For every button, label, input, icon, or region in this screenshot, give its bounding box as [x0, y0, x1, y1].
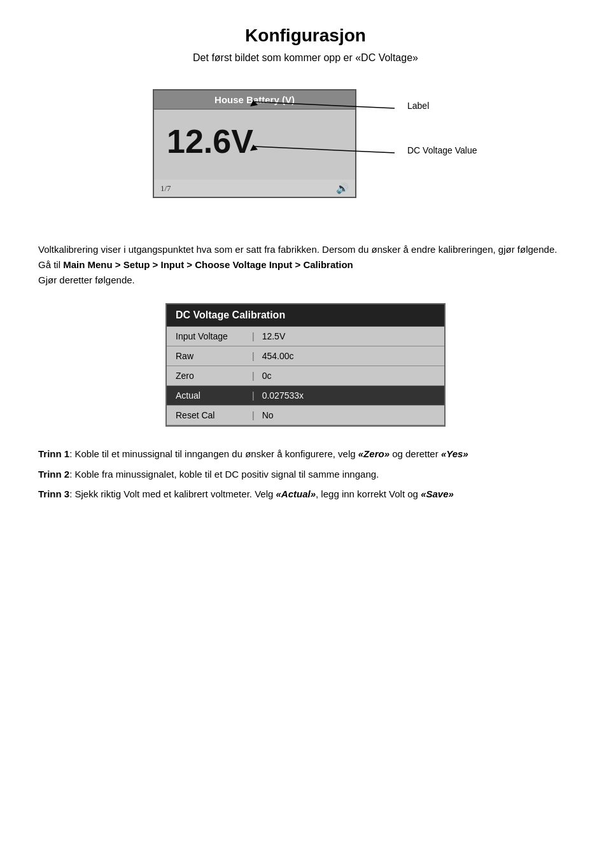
device-screen-wrapper: House Battery (V) 12.6V 1/7 🔊: [153, 89, 356, 198]
cal-label-2: Zero: [167, 366, 249, 385]
cal-divider-2: |: [249, 366, 257, 385]
cal-row-raw[interactable]: Raw | 454.00c: [167, 346, 444, 366]
step-3-line: Trinn 3: Sjekk riktig Volt med et kalibr…: [38, 486, 573, 502]
calibration-screen-section: DC Voltage Calibration Input Voltage | 1…: [38, 303, 573, 427]
dc-voltage-value-annotation: DC Voltage Value: [407, 145, 477, 155]
step-1-quote2: «Yes»: [441, 448, 468, 459]
cal-divider-1: |: [249, 346, 257, 366]
step-1-line: Trinn 1: Koble til et minussignal til in…: [38, 446, 573, 462]
cal-divider-4: |: [249, 406, 257, 425]
step-1-text-before: : Koble til et minussignal til inngangen…: [69, 448, 358, 459]
step-3-text-middle: , legg inn korrekt Volt og: [316, 488, 421, 499]
page-indicator: 1/7: [160, 183, 171, 194]
calibration-screen: DC Voltage Calibration Input Voltage | 1…: [165, 303, 446, 427]
step-1-text-middle: og deretter: [390, 448, 441, 459]
step-1-quote1: «Zero»: [358, 448, 390, 459]
cal-value-1: 454.00c: [257, 346, 444, 366]
speaker-icon: 🔊: [336, 182, 349, 194]
cal-label-3: Actual: [167, 386, 249, 405]
step-3-label: Trinn 3: [38, 488, 69, 499]
cal-label-0: Input Voltage: [167, 327, 249, 346]
device-body: 12.6V: [154, 110, 355, 180]
instruction-prefix: Gå til: [38, 259, 63, 270]
cal-value-4: No: [257, 406, 444, 425]
cal-label-1: Raw: [167, 346, 249, 366]
instruction-line1: Voltkalibrering viser i utgangspunktet h…: [38, 242, 573, 257]
steps-block: Trinn 1: Koble til et minussignal til in…: [38, 446, 573, 502]
cal-row-input-voltage[interactable]: Input Voltage | 12.5V: [167, 327, 444, 346]
page-title: Konfigurasjon: [38, 25, 573, 46]
calibration-header: DC Voltage Calibration: [167, 304, 444, 327]
device-header: House Battery (V): [154, 90, 355, 110]
cal-row-zero[interactable]: Zero | 0c: [167, 366, 444, 386]
instruction-line2: Gå til Main Menu > Setup > Input > Choos…: [38, 257, 573, 273]
cal-row-actual[interactable]: Actual | 0.027533x: [167, 386, 444, 406]
device-screen: House Battery (V) 12.6V 1/7 🔊: [153, 89, 356, 198]
instruction-line3: Gjør deretter følgende.: [38, 273, 573, 288]
page-subtitle: Det først bildet som kommer opp er «DC V…: [38, 52, 573, 64]
cal-value-0: 12.5V: [257, 327, 444, 346]
cal-value-2: 0c: [257, 366, 444, 385]
voltage-value: 12.6V: [167, 122, 342, 160]
step-2-text: : Koble fra minussignalet, koble til et …: [69, 469, 379, 480]
instruction-path: Main Menu > Setup > Input > Choose Volta…: [63, 259, 353, 270]
step-3-text-before: : Sjekk riktig Volt med et kalibrert vol…: [69, 488, 276, 499]
step-2-label: Trinn 2: [38, 469, 69, 480]
cal-divider-3: |: [249, 386, 257, 405]
step-3-quote2: «Save»: [421, 488, 454, 499]
cal-row-reset-cal[interactable]: Reset Cal | No: [167, 406, 444, 425]
step-3-quote1: «Actual»: [276, 488, 316, 499]
label-annotation: Label: [407, 101, 429, 111]
step-2-line: Trinn 2: Koble fra minussignalet, koble …: [38, 466, 573, 483]
cal-label-4: Reset Cal: [167, 406, 249, 425]
cal-divider-0: |: [249, 327, 257, 346]
step-1-label: Trinn 1: [38, 448, 69, 459]
cal-value-3: 0.027533x: [257, 386, 444, 405]
device-footer: 1/7 🔊: [154, 180, 355, 197]
device-mockup-section: House Battery (V) 12.6V 1/7 🔊 Label DC V…: [38, 83, 573, 223]
instruction-block: Voltkalibrering viser i utgangspunktet h…: [38, 242, 573, 288]
